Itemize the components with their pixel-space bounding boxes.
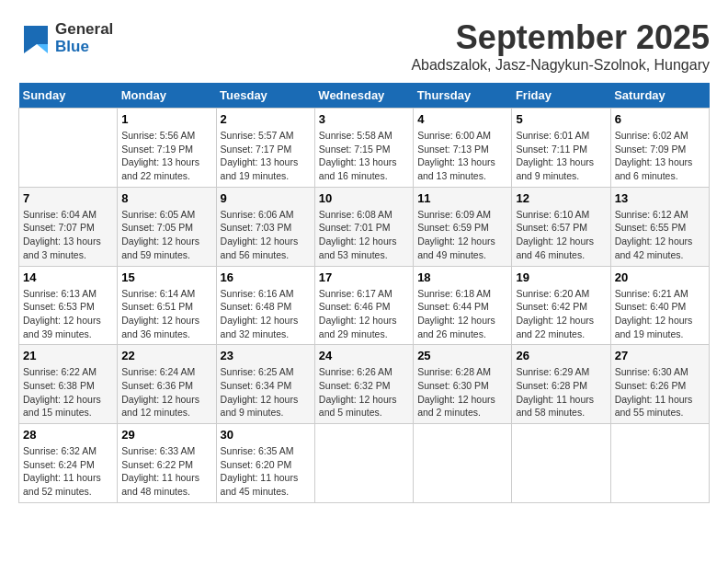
day-number: 2	[221, 112, 311, 126]
calendar-header-cell: Tuesday	[216, 83, 314, 109]
day-number: 6	[615, 112, 705, 126]
calendar-day-cell: 10Sunrise: 6:08 AM Sunset: 7:01 PM Dayli…	[314, 187, 413, 266]
day-info: Sunrise: 6:25 AM Sunset: 6:34 PM Dayligh…	[221, 365, 311, 419]
day-info: Sunrise: 6:21 AM Sunset: 6:40 PM Dayligh…	[615, 287, 705, 341]
day-number: 30	[221, 428, 311, 442]
day-info: Sunrise: 6:26 AM Sunset: 6:32 PM Dayligh…	[319, 365, 409, 419]
calendar-day-cell: 19Sunrise: 6:20 AM Sunset: 6:42 PM Dayli…	[512, 266, 610, 345]
calendar-day-cell: 7Sunrise: 6:04 AM Sunset: 7:07 PM Daylig…	[19, 187, 118, 266]
calendar-day-cell: 15Sunrise: 6:14 AM Sunset: 6:51 PM Dayli…	[118, 266, 216, 345]
day-number: 5	[516, 112, 606, 126]
calendar-day-cell: 5Sunrise: 6:01 AM Sunset: 7:11 PM Daylig…	[512, 109, 610, 188]
day-number: 26	[516, 349, 606, 362]
day-info: Sunrise: 6:30 AM Sunset: 6:26 PM Dayligh…	[615, 365, 705, 419]
calendar-day-cell: 14Sunrise: 6:13 AM Sunset: 6:53 PM Dayli…	[19, 266, 118, 345]
day-info: Sunrise: 6:16 AM Sunset: 6:48 PM Dayligh…	[221, 287, 311, 341]
calendar-day-cell: 11Sunrise: 6:09 AM Sunset: 6:59 PM Dayli…	[414, 187, 512, 266]
day-number: 7	[23, 191, 113, 205]
calendar-header-cell: Monday	[118, 83, 216, 109]
calendar-day-cell: 29Sunrise: 6:33 AM Sunset: 6:22 PM Dayli…	[118, 424, 216, 503]
day-number: 24	[319, 349, 409, 362]
day-number: 22	[121, 349, 211, 362]
day-info: Sunrise: 6:18 AM Sunset: 6:44 PM Dayligh…	[417, 287, 507, 341]
day-number: 9	[221, 191, 311, 205]
day-info: Sunrise: 6:33 AM Sunset: 6:22 PM Dayligh…	[121, 444, 211, 499]
day-info: Sunrise: 6:00 AM Sunset: 7:13 PM Dayligh…	[417, 129, 507, 183]
month-title: September 2025	[411, 18, 710, 57]
logo-general-text: General	[55, 21, 113, 39]
calendar-day-cell: 3Sunrise: 5:58 AM Sunset: 7:15 PM Daylig…	[314, 109, 413, 188]
calendar-week-row: 21Sunrise: 6:22 AM Sunset: 6:38 PM Dayli…	[19, 345, 710, 424]
day-info: Sunrise: 6:17 AM Sunset: 6:46 PM Dayligh…	[319, 287, 409, 341]
day-number: 3	[319, 112, 409, 126]
day-number: 4	[417, 112, 507, 126]
day-number: 10	[319, 191, 409, 205]
day-number: 15	[121, 270, 211, 284]
day-number: 11	[417, 191, 507, 205]
calendar-day-cell: 22Sunrise: 6:24 AM Sunset: 6:36 PM Dayli…	[118, 345, 216, 424]
day-number: 28	[23, 428, 113, 442]
day-number: 14	[23, 270, 113, 284]
day-number: 19	[516, 270, 606, 284]
day-number: 8	[121, 191, 211, 205]
day-info: Sunrise: 6:04 AM Sunset: 7:07 PM Dayligh…	[23, 208, 113, 262]
calendar-day-cell: 16Sunrise: 6:16 AM Sunset: 6:48 PM Dayli…	[216, 266, 314, 345]
day-info: Sunrise: 6:20 AM Sunset: 6:42 PM Dayligh…	[516, 287, 606, 341]
calendar-day-cell: 12Sunrise: 6:10 AM Sunset: 6:57 PM Dayli…	[512, 187, 610, 266]
title-area: September 2025 Abadszalok, Jasz-Nagykun-…	[411, 18, 710, 74]
day-info: Sunrise: 6:09 AM Sunset: 6:59 PM Dayligh…	[417, 208, 507, 262]
day-number: 13	[615, 191, 705, 205]
day-info: Sunrise: 6:02 AM Sunset: 7:09 PM Dayligh…	[615, 129, 705, 183]
calendar-header-row: SundayMondayTuesdayWednesdayThursdayFrid…	[19, 83, 710, 109]
day-number: 29	[121, 428, 211, 442]
calendar-header-cell: Thursday	[414, 83, 512, 109]
calendar-day-cell: 30Sunrise: 6:35 AM Sunset: 6:20 PM Dayli…	[216, 424, 314, 503]
day-info: Sunrise: 6:08 AM Sunset: 7:01 PM Dayligh…	[319, 208, 409, 262]
day-number: 17	[319, 270, 409, 284]
calendar-header-cell: Saturday	[610, 83, 709, 109]
day-info: Sunrise: 5:57 AM Sunset: 7:17 PM Dayligh…	[221, 129, 311, 183]
calendar-header-cell: Wednesday	[314, 83, 413, 109]
calendar-day-cell: 2Sunrise: 5:57 AM Sunset: 7:17 PM Daylig…	[216, 109, 314, 188]
day-info: Sunrise: 6:10 AM Sunset: 6:57 PM Dayligh…	[516, 208, 606, 262]
calendar-day-cell: 4Sunrise: 6:00 AM Sunset: 7:13 PM Daylig…	[414, 109, 512, 188]
calendar-day-cell: 18Sunrise: 6:18 AM Sunset: 6:44 PM Dayli…	[414, 266, 512, 345]
calendar-day-cell	[19, 109, 118, 188]
calendar-day-cell	[512, 424, 610, 503]
calendar-day-cell: 28Sunrise: 6:32 AM Sunset: 6:24 PM Dayli…	[19, 424, 118, 503]
calendar-header-cell: Friday	[512, 83, 610, 109]
day-info: Sunrise: 6:22 AM Sunset: 6:38 PM Dayligh…	[23, 365, 113, 419]
calendar-day-cell: 20Sunrise: 6:21 AM Sunset: 6:40 PM Dayli…	[610, 266, 709, 345]
calendar-body: 1Sunrise: 5:56 AM Sunset: 7:19 PM Daylig…	[19, 109, 710, 503]
day-info: Sunrise: 6:12 AM Sunset: 6:55 PM Dayligh…	[615, 208, 705, 262]
calendar-table: SundayMondayTuesdayWednesdayThursdayFrid…	[18, 83, 710, 503]
calendar-week-row: 7Sunrise: 6:04 AM Sunset: 7:07 PM Daylig…	[19, 187, 710, 266]
day-number: 21	[23, 349, 113, 362]
calendar-day-cell: 6Sunrise: 6:02 AM Sunset: 7:09 PM Daylig…	[610, 109, 709, 188]
calendar-day-cell: 1Sunrise: 5:56 AM Sunset: 7:19 PM Daylig…	[118, 109, 216, 188]
calendar-day-cell	[414, 424, 512, 503]
day-number: 18	[417, 270, 507, 284]
calendar-day-cell: 24Sunrise: 6:26 AM Sunset: 6:32 PM Dayli…	[314, 345, 413, 424]
day-info: Sunrise: 6:29 AM Sunset: 6:28 PM Dayligh…	[516, 365, 606, 419]
day-number: 27	[615, 349, 705, 362]
day-number: 25	[417, 349, 507, 362]
day-info: Sunrise: 6:35 AM Sunset: 6:20 PM Dayligh…	[221, 444, 311, 499]
day-number: 16	[221, 270, 311, 284]
day-info: Sunrise: 6:06 AM Sunset: 7:03 PM Dayligh…	[221, 208, 311, 262]
calendar-day-cell: 17Sunrise: 6:17 AM Sunset: 6:46 PM Dayli…	[314, 266, 413, 345]
header: General Blue September 2025 Abadszalok, …	[18, 18, 710, 74]
day-info: Sunrise: 6:01 AM Sunset: 7:11 PM Dayligh…	[516, 129, 606, 183]
day-info: Sunrise: 6:28 AM Sunset: 6:30 PM Dayligh…	[417, 365, 507, 419]
calendar-day-cell: 13Sunrise: 6:12 AM Sunset: 6:55 PM Dayli…	[610, 187, 709, 266]
logo-blue-text: Blue	[55, 39, 113, 56]
day-info: Sunrise: 6:13 AM Sunset: 6:53 PM Dayligh…	[23, 287, 113, 341]
day-info: Sunrise: 5:58 AM Sunset: 7:15 PM Dayligh…	[319, 129, 409, 183]
calendar-day-cell: 21Sunrise: 6:22 AM Sunset: 6:38 PM Dayli…	[19, 345, 118, 424]
svg-marker-1	[37, 44, 48, 53]
day-number: 23	[221, 349, 311, 362]
calendar-day-cell	[610, 424, 709, 503]
calendar-week-row: 1Sunrise: 5:56 AM Sunset: 7:19 PM Daylig…	[19, 109, 710, 188]
day-number: 12	[516, 191, 606, 205]
logo: General Blue	[18, 18, 113, 59]
